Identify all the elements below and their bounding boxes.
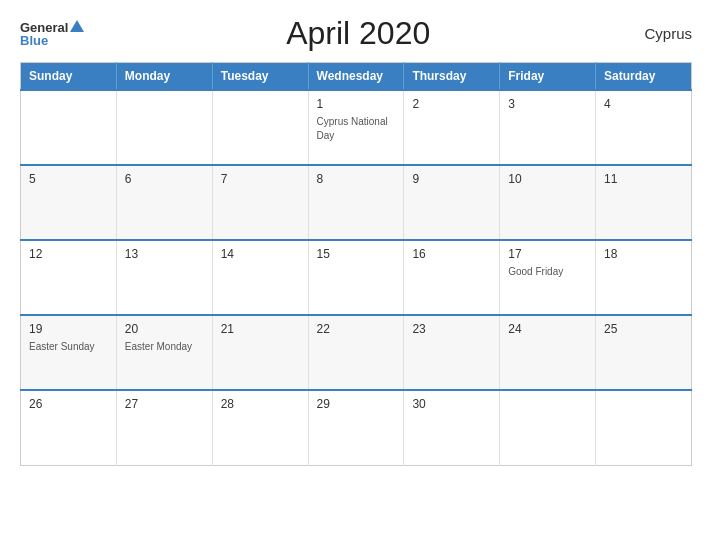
calendar-cell: [116, 90, 212, 165]
day-number: 29: [317, 397, 396, 411]
calendar-cell: 9: [404, 165, 500, 240]
calendar-cell: [212, 90, 308, 165]
calendar-header-row: SundayMondayTuesdayWednesdayThursdayFrid…: [21, 63, 692, 91]
day-number: 6: [125, 172, 204, 186]
weekday-header-saturday: Saturday: [596, 63, 692, 91]
weekday-header-monday: Monday: [116, 63, 212, 91]
calendar-cell: 6: [116, 165, 212, 240]
day-number: 9: [412, 172, 491, 186]
day-number: 3: [508, 97, 587, 111]
day-number: 17: [508, 247, 587, 261]
calendar-cell: [21, 90, 117, 165]
day-number: 2: [412, 97, 491, 111]
logo-blue-text: Blue: [20, 34, 48, 47]
calendar-cell: 4: [596, 90, 692, 165]
calendar-cell: 27: [116, 390, 212, 465]
day-number: 27: [125, 397, 204, 411]
weekday-header-wednesday: Wednesday: [308, 63, 404, 91]
day-number: 7: [221, 172, 300, 186]
day-number: 21: [221, 322, 300, 336]
calendar-cell: 12: [21, 240, 117, 315]
calendar-week-3: 121314151617Good Friday18: [21, 240, 692, 315]
calendar-cell: 23: [404, 315, 500, 390]
logo-triangle-icon: [70, 20, 84, 32]
day-number: 14: [221, 247, 300, 261]
weekday-header-thursday: Thursday: [404, 63, 500, 91]
calendar-cell: 20Easter Monday: [116, 315, 212, 390]
calendar-cell: 15: [308, 240, 404, 315]
calendar-cell: 28: [212, 390, 308, 465]
calendar-cell: 5: [21, 165, 117, 240]
day-number: 23: [412, 322, 491, 336]
holiday-label: Easter Sunday: [29, 341, 95, 352]
day-number: 8: [317, 172, 396, 186]
calendar-cell: 16: [404, 240, 500, 315]
day-number: 25: [604, 322, 683, 336]
calendar-cell: 22: [308, 315, 404, 390]
logo-general-text: General: [20, 21, 68, 34]
holiday-label: Cyprus National Day: [317, 116, 388, 141]
day-number: 22: [317, 322, 396, 336]
day-number: 26: [29, 397, 108, 411]
weekday-header-friday: Friday: [500, 63, 596, 91]
day-number: 10: [508, 172, 587, 186]
calendar-cell: 30: [404, 390, 500, 465]
calendar-cell: 26: [21, 390, 117, 465]
calendar-week-1: 1Cyprus National Day234: [21, 90, 692, 165]
calendar-page: General Blue April 2020 Cyprus SundayMon…: [0, 0, 712, 550]
calendar-cell: 29: [308, 390, 404, 465]
weekday-header-sunday: Sunday: [21, 63, 117, 91]
calendar-cell: 24: [500, 315, 596, 390]
calendar-week-2: 567891011: [21, 165, 692, 240]
day-number: 24: [508, 322, 587, 336]
country-label: Cyprus: [632, 25, 692, 42]
calendar-cell: 7: [212, 165, 308, 240]
page-header: General Blue April 2020 Cyprus: [20, 15, 692, 52]
logo: General Blue: [20, 21, 84, 47]
calendar-cell: 25: [596, 315, 692, 390]
day-number: 11: [604, 172, 683, 186]
weekday-header-tuesday: Tuesday: [212, 63, 308, 91]
day-number: 20: [125, 322, 204, 336]
holiday-label: Easter Monday: [125, 341, 192, 352]
day-number: 13: [125, 247, 204, 261]
calendar-week-5: 2627282930: [21, 390, 692, 465]
calendar-cell: 3: [500, 90, 596, 165]
calendar-cell: 21: [212, 315, 308, 390]
calendar-cell: [596, 390, 692, 465]
day-number: 15: [317, 247, 396, 261]
calendar-cell: 10: [500, 165, 596, 240]
day-number: 12: [29, 247, 108, 261]
day-number: 19: [29, 322, 108, 336]
day-number: 30: [412, 397, 491, 411]
calendar-cell: 11: [596, 165, 692, 240]
holiday-label: Good Friday: [508, 266, 563, 277]
day-number: 28: [221, 397, 300, 411]
calendar-cell: 8: [308, 165, 404, 240]
day-number: 4: [604, 97, 683, 111]
page-title: April 2020: [84, 15, 632, 52]
calendar-cell: 1Cyprus National Day: [308, 90, 404, 165]
day-number: 16: [412, 247, 491, 261]
calendar-cell: 18: [596, 240, 692, 315]
day-number: 5: [29, 172, 108, 186]
calendar-cell: 19Easter Sunday: [21, 315, 117, 390]
calendar-cell: 14: [212, 240, 308, 315]
calendar-cell: 2: [404, 90, 500, 165]
calendar-cell: 17Good Friday: [500, 240, 596, 315]
calendar-week-4: 19Easter Sunday20Easter Monday2122232425: [21, 315, 692, 390]
calendar-cell: [500, 390, 596, 465]
day-number: 1: [317, 97, 396, 111]
day-number: 18: [604, 247, 683, 261]
calendar-table: SundayMondayTuesdayWednesdayThursdayFrid…: [20, 62, 692, 466]
calendar-cell: 13: [116, 240, 212, 315]
